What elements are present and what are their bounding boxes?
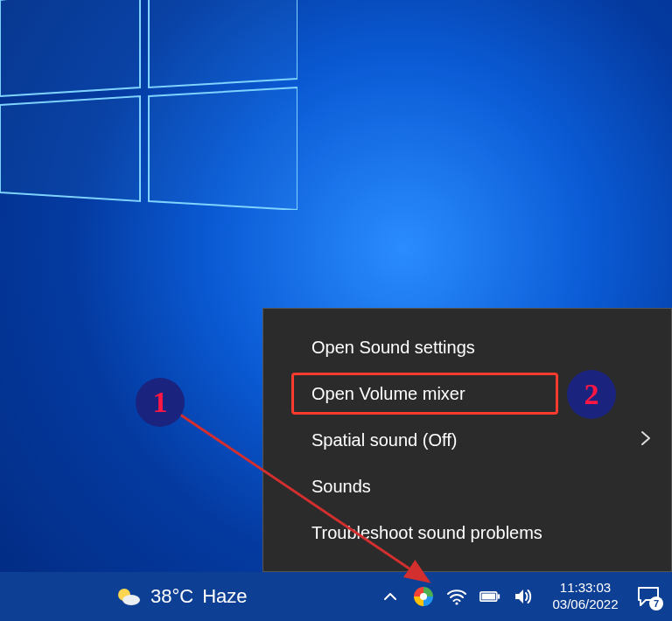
svg-rect-12 xyxy=(498,594,500,598)
menu-spatial-sound[interactable]: Spatial sound (Off) xyxy=(263,421,671,459)
menu-troubleshoot-sound[interactable]: Troubleshoot sound problems xyxy=(263,513,671,552)
volume-icon[interactable] xyxy=(513,586,534,607)
clock-date: 03/06/2022 xyxy=(552,597,618,613)
taskbar: 38°C Haze xyxy=(0,572,672,621)
menu-open-sound-settings[interactable]: Open Sound settings xyxy=(263,328,671,366)
weather-temp: 38°C xyxy=(150,585,193,608)
taskbar-clock[interactable]: 11:33:03 03/06/2022 xyxy=(546,580,625,613)
svg-rect-13 xyxy=(482,594,495,600)
chevron-right-icon xyxy=(640,428,652,452)
menu-item-label: Open Sound settings xyxy=(312,338,475,357)
weather-condition: Haze xyxy=(202,585,247,608)
annotation-number: 2 xyxy=(584,378,599,411)
menu-item-label: Open Volume mixer xyxy=(312,384,466,403)
menu-item-label: Spatial sound (Off) xyxy=(312,430,457,450)
weather-widget[interactable]: 38°C Haze xyxy=(114,583,248,611)
menu-item-label: Troubleshoot sound problems xyxy=(312,523,542,542)
weather-icon xyxy=(114,583,142,611)
battery-icon[interactable] xyxy=(480,586,500,607)
annotation-step-2: 2 xyxy=(567,370,616,419)
sound-context-menu: Open Sound settings Open Volume mixer Sp… xyxy=(262,308,672,572)
action-center-icon[interactable]: 7 xyxy=(637,586,660,607)
edge-icon[interactable] xyxy=(413,586,434,607)
svg-point-7 xyxy=(122,595,140,605)
wifi-icon[interactable] xyxy=(446,586,467,607)
notification-badge: 7 xyxy=(649,597,663,611)
svg-point-9 xyxy=(420,593,427,600)
clock-time: 11:33:03 xyxy=(560,580,611,597)
annotation-step-1: 1 xyxy=(136,378,185,427)
tray-overflow-icon[interactable] xyxy=(380,586,401,607)
annotation-number: 1 xyxy=(153,386,168,419)
system-tray: 11:33:03 03/06/2022 7 xyxy=(380,580,672,613)
menu-sounds[interactable]: Sounds xyxy=(263,467,671,506)
menu-item-label: Sounds xyxy=(312,477,371,496)
svg-point-10 xyxy=(455,602,458,604)
